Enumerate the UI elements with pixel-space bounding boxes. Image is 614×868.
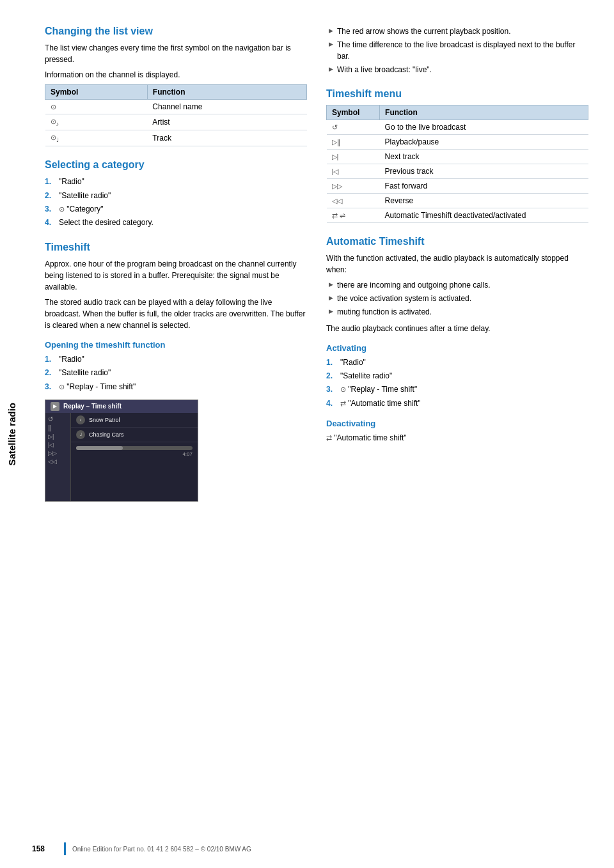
- ctrl-rev: ◁◁: [48, 458, 57, 465]
- list-item: 2."Satellite radio": [326, 370, 588, 382]
- table-row: ▷‖ Playback/pause: [327, 135, 588, 150]
- timeshift-menu-table: Symbol Function ↺ Go to the live broadca…: [326, 105, 588, 223]
- activating-list: 1."Radio" 2."Satellite radio" 3.⊙ "Repla…: [326, 357, 588, 410]
- timeshift-para1: Approx. one hour of the program being br…: [45, 258, 307, 293]
- person-icon: ♪: [76, 415, 85, 424]
- replay-screenshot: ▶ Replay – Time shift ↺ ‖ ▷| |◁ ▷▷ ◁◁ ♪: [45, 399, 198, 502]
- symbol-cell: ◁◁: [327, 194, 380, 208]
- sub-heading-deactivating: Deactivating: [326, 419, 588, 428]
- symbol-cell: |◁: [327, 164, 380, 179]
- list-item: 1."Radio": [45, 353, 307, 366]
- section-heading-timeshift-menu: Timeshift menu: [326, 88, 588, 100]
- list-item: 2."Satellite radio": [45, 367, 307, 379]
- progress-bar: [76, 446, 193, 450]
- list-item: 3.⊙ "Replay - Time shift": [45, 381, 307, 393]
- ctrl-pause: ‖: [48, 424, 51, 431]
- function-cell: Track: [147, 130, 306, 146]
- footer-text: Online Edition for Part no. 01 41 2 604 …: [72, 846, 251, 853]
- symbol-cell: ▷‖: [327, 135, 380, 150]
- function-cell: Artist: [147, 114, 306, 130]
- table-header-symbol: Symbol: [327, 105, 380, 120]
- list-item: there are incoming and outgoing phone ca…: [326, 279, 588, 291]
- table-row: ⊙♪ Artist: [45, 114, 307, 130]
- table-row: ▷| Next track: [327, 150, 588, 164]
- track2-name: Chasing Cars: [89, 431, 124, 438]
- list-item: the voice activation system is activated…: [326, 293, 588, 304]
- symbol-cell: ⊙: [45, 100, 148, 114]
- progress-time: 4:07: [76, 451, 193, 457]
- ctrl-prev: |◁: [48, 442, 54, 448]
- sidebar-label: Satellite radio: [0, 0, 23, 868]
- symbol-function-table: Symbol Function ⊙ Channel name ⊙♪ Artist…: [45, 84, 307, 146]
- function-cell: Previous track: [380, 164, 588, 179]
- list-item: 4.⇄ "Automatic time shift": [326, 398, 588, 410]
- table-row: ◁◁ Reverse: [327, 194, 588, 208]
- left-column: Changing the list view The list view cha…: [45, 26, 307, 842]
- section-heading-timeshift: Timeshift: [45, 242, 307, 253]
- track1-name: Snow Patrol: [89, 417, 120, 423]
- symbol-cell: ↺: [327, 120, 380, 135]
- auto-timeshift-bullets: there are incoming and outgoing phone ca…: [326, 279, 588, 318]
- symbol-cell: ⇄ ⇌: [327, 208, 380, 223]
- page-footer: 158 Online Edition for Part no. 01 41 2 …: [32, 842, 601, 855]
- replay-icon: ▶: [51, 402, 59, 411]
- table-row: ▷▷ Fast forward: [327, 179, 588, 194]
- screenshot-titlebar: ▶ Replay – Time shift: [45, 400, 198, 413]
- sub-heading-activating: Activating: [326, 343, 588, 353]
- list-item: muting function is activated.: [326, 306, 588, 318]
- list-view-para1: The list view changes every time the fir…: [45, 42, 307, 65]
- track-row-2: ♩ Chasing Cars: [71, 428, 198, 442]
- table-header-function: Function: [147, 85, 306, 100]
- list-item: 3.⊙ "Replay - Time shift": [326, 384, 588, 396]
- section-heading-list-view: Changing the list view: [45, 26, 307, 37]
- list-item: With a live broadcast: "live".: [326, 64, 588, 75]
- list-item: 1."Radio": [45, 176, 307, 188]
- function-cell: Reverse: [380, 194, 588, 208]
- timeshift-para2: The stored audio track can be played wit…: [45, 297, 307, 331]
- table-row: ⊙♩ Track: [45, 130, 307, 146]
- progress-container: 4:07: [71, 442, 198, 461]
- note-icon: ♩: [76, 430, 85, 439]
- list-view-para2: Information on the channel is displayed.: [45, 69, 307, 81]
- symbol-cell: ▷▷: [327, 179, 380, 194]
- selecting-list: 1."Radio" 2."Satellite radio" 3.⊙ "Categ…: [45, 176, 307, 229]
- ctrl-next: ▷|: [48, 433, 54, 440]
- function-cell: Next track: [380, 150, 588, 164]
- list-item: 4.Select the desired category.: [45, 217, 307, 229]
- table-header-function: Function: [380, 105, 588, 120]
- right-column: The red arrow shows the current playback…: [326, 26, 588, 842]
- symbol-cell: ⊙♪: [45, 114, 148, 130]
- screenshot-controls-panel: ↺ ‖ ▷| |◁ ▷▷ ◁◁: [45, 413, 71, 502]
- ctrl-ff: ▷▷: [48, 450, 57, 456]
- deactivating-text: ⇄ "Automatic time shift": [326, 432, 588, 444]
- table-header-symbol: Symbol: [45, 85, 148, 100]
- section-heading-auto-timeshift: Automatic Timeshift: [326, 236, 588, 247]
- track-row-1: ♪ Snow Patrol: [71, 413, 198, 428]
- playback-bullets: The red arrow shows the current playback…: [326, 26, 588, 75]
- table-row: |◁ Previous track: [327, 164, 588, 179]
- ctrl-live: ↺: [48, 415, 53, 422]
- function-cell: Playback/pause: [380, 135, 588, 150]
- screenshot-track-panel: ♪ Snow Patrol ♩ Chasing Cars 4:07: [71, 413, 198, 502]
- function-cell: Automatic Timeshift deactivated/activate…: [380, 208, 588, 223]
- sub-heading-opening: Opening the timeshift function: [45, 340, 307, 350]
- table-row: ⇄ ⇌ Automatic Timeshift deactivated/acti…: [327, 208, 588, 223]
- progress-fill: [76, 446, 123, 450]
- symbol-cell: ▷|: [327, 150, 380, 164]
- screenshot-title: Replay – Time shift: [63, 403, 122, 410]
- list-item: 1."Radio": [326, 357, 588, 369]
- section-heading-selecting: Selecting a category: [45, 159, 307, 171]
- function-cell: Channel name: [147, 100, 306, 114]
- auto-timeshift-para: With the function activated, the audio p…: [326, 252, 588, 275]
- table-row: ↺ Go to the live broadcast: [327, 120, 588, 135]
- page-number: 158: [32, 844, 58, 853]
- list-item: The red arrow shows the current playback…: [326, 26, 588, 37]
- symbol-cell: ⊙♩: [45, 130, 148, 146]
- function-cell: Fast forward: [380, 179, 588, 194]
- function-cell: Go to the live broadcast: [380, 120, 588, 135]
- table-row: ⊙ Channel name: [45, 100, 307, 114]
- list-item: 2."Satellite radio": [45, 190, 307, 202]
- auto-timeshift-para2: The audio playback continues after a tim…: [326, 323, 588, 334]
- list-item: 3.⊙ "Category": [45, 203, 307, 215]
- opening-timeshift-list: 1."Radio" 2."Satellite radio" 3.⊙ "Repla…: [45, 353, 307, 393]
